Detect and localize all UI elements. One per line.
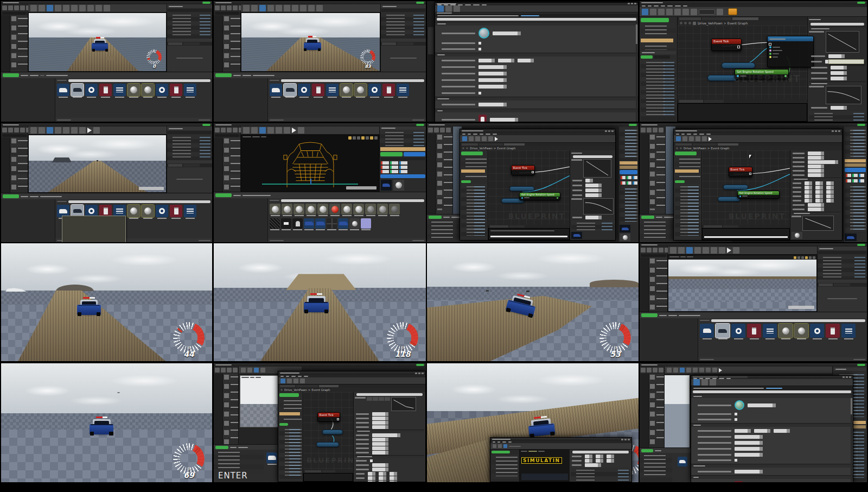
my-blueprint-list[interactable] (641, 60, 676, 121)
place-actor-list[interactable] (10, 137, 28, 193)
texture-tile-sphere[interactable] (349, 218, 360, 230)
outliner-search[interactable] (818, 251, 866, 254)
tab-viewport[interactable] (679, 17, 701, 20)
settings-icon[interactable] (703, 247, 709, 254)
add-component-button[interactable] (675, 152, 697, 155)
damping-rate-field[interactable] (735, 453, 763, 457)
foliage-mode-icon[interactable] (659, 368, 663, 373)
asset-settings[interactable] (113, 84, 126, 98)
viewport-buttons[interactable] (794, 256, 815, 259)
path-breadcrumb[interactable] (40, 196, 62, 197)
material-tile-7[interactable] (353, 204, 364, 216)
viewport-buttons[interactable] (348, 136, 378, 140)
damping-zero-throttle-clutch-engaged-field[interactable] (831, 71, 847, 75)
launch-icon[interactable] (104, 5, 110, 11)
outliner-search[interactable] (168, 131, 212, 134)
damping-field-2[interactable] (585, 193, 602, 197)
paint-mode-icon[interactable] (434, 128, 439, 133)
save-icon[interactable] (667, 368, 672, 373)
moi-field[interactable] (585, 184, 602, 187)
section-wheel-group[interactable] (435, 97, 638, 100)
tab-viewport[interactable] (675, 143, 692, 146)
wheel-settings-window[interactable] (691, 375, 853, 482)
location-xyz-fields[interactable] (380, 161, 426, 165)
details-search[interactable] (355, 393, 424, 396)
class-defaults-icon[interactable] (300, 379, 305, 383)
find-icon[interactable] (293, 379, 298, 383)
add-new-button[interactable] (641, 55, 653, 59)
blueprint-window[interactable]: Drive_VehPawn > Event Graph Event Tick G… (459, 129, 616, 241)
asset-tire-config[interactable] (382, 84, 395, 98)
place-mode-icon[interactable] (215, 128, 220, 133)
place-categories[interactable] (1, 15, 10, 72)
cinematics-icon[interactable] (706, 368, 711, 373)
selected-component[interactable] (279, 412, 300, 415)
tab-construction[interactable] (702, 17, 731, 20)
overlay-search[interactable] (571, 451, 630, 453)
outliner-rows[interactable] (381, 12, 426, 39)
damping-rate-field[interactable] (478, 85, 507, 89)
launch-icon[interactable] (93, 127, 100, 134)
asset-gamemode[interactable] (266, 452, 277, 465)
debug-object-dropdown[interactable] (699, 9, 715, 15)
compile-icon[interactable] (280, 379, 285, 383)
graph-breadcrumb[interactable]: Drive_VehPawn > Event Graph (278, 388, 425, 392)
add-new-button[interactable] (429, 216, 442, 219)
tab-construction[interactable] (479, 143, 503, 146)
tab-event-graph[interactable] (504, 143, 525, 146)
landscape-mode-icon[interactable] (14, 5, 19, 10)
blueprint-window[interactable]: Drive_VehPawn > Event Graph Event Tick G… (673, 129, 843, 241)
level-viewport[interactable] (668, 255, 817, 312)
landscape-mode-icon[interactable] (227, 5, 232, 10)
outliner-rows[interactable] (380, 130, 426, 147)
outliner-search[interactable] (168, 9, 212, 12)
max-rpm-field[interactable] (372, 412, 388, 416)
add-component-button[interactable] (641, 18, 669, 22)
source-icon[interactable] (678, 247, 685, 254)
paint-mode-icon[interactable] (221, 128, 226, 133)
collision-mesh-thumbnail[interactable] (478, 28, 489, 39)
car-thumb[interactable] (845, 234, 857, 241)
save-icon[interactable] (498, 444, 502, 448)
mesh-viewport[interactable] (241, 135, 379, 192)
landscape-mode-icon[interactable] (653, 128, 658, 133)
asset-tire-config[interactable] (170, 84, 182, 98)
curve-preview[interactable] (391, 397, 416, 411)
blueprints-icon[interactable] (71, 127, 78, 134)
paint-mode-icon[interactable] (8, 128, 13, 133)
add-component-button[interactable] (279, 393, 299, 397)
scrollbar[interactable] (636, 22, 637, 122)
place-actors-search[interactable] (215, 12, 239, 15)
selected-row[interactable] (845, 159, 866, 162)
steer-angle-field[interactable] (478, 103, 507, 106)
scrollbar-horizontal[interactable] (490, 236, 567, 237)
event-graph-canvas[interactable]: Event Tick Get Engine Rotation Speed (678, 26, 807, 99)
asset-material-1[interactable] (127, 84, 140, 98)
save-icon[interactable] (30, 5, 37, 11)
play-icon[interactable] (292, 128, 296, 133)
asset-engine-curve[interactable] (312, 84, 324, 98)
tab-details[interactable] (168, 164, 182, 167)
level-viewport[interactable]: 0 (28, 12, 167, 72)
steering-curve-preview[interactable] (826, 86, 861, 104)
details-search[interactable] (571, 155, 614, 158)
simulate-button-active[interactable] (728, 8, 737, 15)
asset-gamemode[interactable] (270, 84, 282, 98)
set-audio-parameter-node[interactable] (767, 36, 814, 67)
foliage-mode-icon[interactable] (233, 128, 238, 133)
compile-icon[interactable] (676, 136, 681, 141)
damping-full-throttle-field[interactable] (831, 66, 847, 70)
engine-rpm-pill-node[interactable] (722, 62, 755, 68)
tab-construction[interactable] (693, 143, 717, 146)
asset-blueprint[interactable] (731, 324, 745, 339)
frame-editor-wireframe-car[interactable] (214, 123, 426, 242)
damping-field-1[interactable] (585, 188, 602, 192)
rotation-xyz-fields[interactable] (380, 165, 426, 169)
asset-tree[interactable] (1, 78, 55, 122)
checkbox-affected-by-handbrake[interactable] (478, 42, 481, 45)
build-icon[interactable] (300, 5, 307, 11)
window-titlebar[interactable] (435, 3, 638, 4)
content-icon[interactable] (259, 5, 266, 11)
torque-field-3[interactable] (808, 173, 824, 177)
place-mode-icon[interactable] (641, 128, 646, 133)
